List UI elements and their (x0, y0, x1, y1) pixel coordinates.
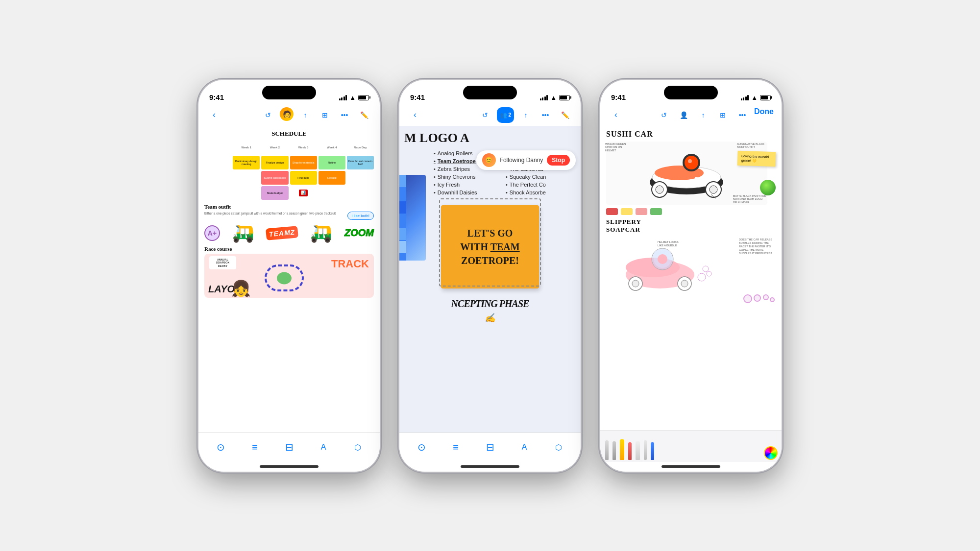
week4-label: Week 4 (318, 141, 345, 154)
race-course-title: Race course (204, 246, 374, 252)
phone-3: 9:41 ▲ ‹ ↺ 👤 ↑ ⊞ ••• (600, 80, 782, 472)
more-button-1[interactable]: ••• (337, 107, 352, 123)
bubble-deco-2 (763, 294, 769, 300)
cell-empty3 (233, 186, 260, 200)
phone-1: 9:41 ▲ ‹ ↺ 🧑 ↑ ⊞ ••• (198, 80, 380, 472)
color-swatches (606, 208, 776, 215)
logo-title: M LOGO A (404, 131, 576, 145)
folder-tool-btn-2[interactable]: ⊟ (480, 437, 500, 457)
lines-tool-btn-2[interactable]: ≡ (446, 437, 466, 457)
back-button-1[interactable]: ‹ (206, 107, 222, 123)
lines-tool-btn-1[interactable]: ≡ (245, 437, 265, 457)
kart-illustrations: A+ 🛺 TEAMZ 🛺 ZOOM (204, 223, 374, 243)
phone-3-screen: 9:41 ▲ ‹ ↺ 👤 ↑ ⊞ ••• (600, 80, 782, 472)
folder-tool-btn-1[interactable]: ⊟ (279, 437, 299, 457)
pen-blue[interactable] (651, 442, 654, 460)
wifi-icon-2: ▲ (550, 94, 557, 101)
team-item-downhill: • Downhill Daisies (434, 190, 504, 195)
image-tool-btn-1[interactable]: ⬡ (348, 437, 368, 457)
more-button-2[interactable]: ••• (538, 107, 553, 123)
stop-button[interactable]: Stop (547, 155, 570, 166)
more-button-3[interactable]: ••• (735, 107, 750, 123)
row2-label (204, 171, 231, 185)
soap-car-area: DOES THE CAR RELEASE BUBBLES DURING THE … (606, 236, 776, 304)
back-button-3[interactable]: ‹ (608, 107, 624, 123)
swatch-red (606, 208, 618, 215)
pencil-2[interactable] (612, 441, 616, 460)
toolbar-group-3: ↺ 👤 ↑ ⊞ ••• Done (656, 107, 774, 123)
drawing-tools (600, 430, 782, 462)
grid-button-3[interactable]: ⊞ (715, 107, 731, 123)
status-icons-3: ▲ (741, 94, 771, 101)
sticky-note-container: LET'S GOWITH TEAMZOETROPE! (404, 200, 576, 293)
cell-fun: Have fun and come in first! (347, 156, 374, 169)
battery-icon-2 (559, 95, 570, 100)
pen-tool-btn-1[interactable]: ⊙ (211, 437, 230, 457)
phone-3-content-area: SUSHI CAR Loving the wasabi green! 💛 WAS… (600, 126, 782, 430)
toolbar-group-2: ↺ 👥 2 ↑ ••• ✏️ (477, 107, 573, 123)
week3-label: Week 3 (290, 141, 317, 154)
cell-rebuild: Rebuild (318, 171, 345, 185)
home-indicator-1 (198, 462, 380, 472)
svg-point-8 (685, 156, 698, 169)
swatch-green (650, 208, 662, 215)
history-button-1[interactable]: ↺ (260, 107, 276, 123)
share-button-3[interactable]: ↑ (695, 107, 711, 123)
zoom-badge: ZOOM (344, 227, 374, 239)
edit-button-2[interactable]: ✏️ (557, 107, 573, 123)
color-wheel[interactable] (764, 446, 778, 460)
cell-empty2 (347, 171, 374, 185)
cell-empty6 (347, 186, 374, 200)
avatar-1[interactable]: 🧑 (280, 107, 294, 121)
grade-badge: A+ (204, 225, 220, 241)
yellow-sticky: Loving the wasabi green! 💛 (737, 150, 776, 167)
back-button-2[interactable]: ‹ (407, 107, 423, 123)
done-button[interactable]: Done (754, 107, 774, 123)
image-tool-btn-2[interactable]: ⬡ (549, 437, 568, 457)
bubble-deco-4 (743, 294, 752, 303)
logo-content: 😊 Following Danny Stop M LOGO A (399, 126, 581, 432)
svg-text:5: 5 (694, 176, 698, 184)
history-button-2[interactable]: ↺ (477, 107, 493, 123)
history-button-3[interactable]: ↺ (656, 107, 672, 123)
marker-yellow[interactable] (620, 439, 624, 460)
track-label: TRACK (331, 258, 369, 270)
pencil-1[interactable] (605, 440, 609, 460)
team-item-perfect: • The Perfect Co (506, 182, 576, 188)
wasabi-ball (760, 180, 776, 195)
race-track-area: TRACK ANNUAL SOAPBOX DERBY LAYOUT 👧 (204, 254, 374, 298)
share-button-1[interactable]: ↑ (297, 107, 313, 123)
annotation-alternative: ALTERNATIVE BLACK 'NORI' OUTFIT (737, 143, 766, 149)
svg-point-18 (632, 280, 639, 287)
phone-2-screen: 9:41 ▲ ‹ ↺ 👥 2 (399, 80, 581, 472)
ruler[interactable] (644, 440, 647, 460)
grid-button-1[interactable]: ⊞ (317, 107, 333, 123)
battery-icon-3 (760, 95, 771, 100)
eraser[interactable] (636, 441, 640, 460)
status-icons-1: ▲ (339, 94, 369, 101)
share-button-2[interactable]: ↑ (518, 107, 534, 123)
cell-submit: Submit application (261, 171, 288, 185)
helmet-annotation: HELMET LOOKS LIKE A BUBBLE (658, 240, 685, 247)
bubble-deco-1 (754, 294, 761, 302)
pen-red[interactable] (628, 442, 632, 460)
person-button-3[interactable]: 👤 (676, 107, 691, 123)
following-avatar: 😊 (482, 153, 496, 167)
sushi-content: SUSHI CAR Loving the wasabi green! 💛 WAS… (600, 126, 782, 430)
time-3: 9:41 (611, 93, 626, 101)
schedule-content: SCHEDULE Week 1 Week 2 Week 3 Week 4 Rac… (198, 126, 380, 432)
cell-empty5 (318, 186, 345, 200)
row3-label (204, 186, 231, 200)
text-tool-btn-2[interactable]: A (514, 437, 534, 457)
home-indicator-2 (399, 462, 581, 472)
pen-tool-btn-2[interactable]: ⊙ (412, 437, 431, 457)
kart-left: 🛺 (232, 223, 254, 243)
wifi-icon-3: ▲ (751, 94, 758, 101)
cell-preliminary: Preliminary design meeting (233, 156, 260, 169)
text-tool-btn-1[interactable]: A (314, 437, 333, 457)
compose-button-1[interactable]: ✏️ (356, 107, 372, 123)
users-count-badge[interactable]: 👥 2 (497, 107, 514, 123)
sticky-selection (439, 198, 541, 287)
sushi-car-sketch: 5 (637, 145, 735, 201)
toolbar-3: ‹ ↺ 👤 ↑ ⊞ ••• Done (600, 104, 782, 126)
